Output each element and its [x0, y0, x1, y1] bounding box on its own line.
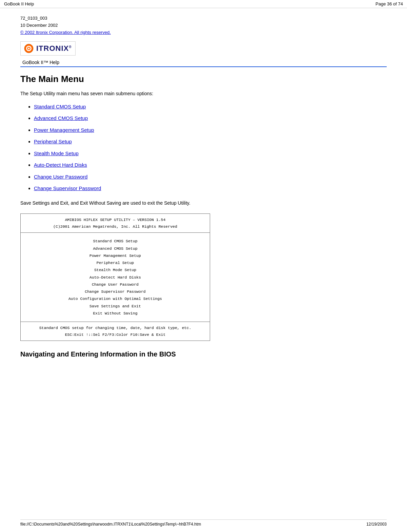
doc-number: 72_0103_003 [20, 15, 387, 22]
bios-help-line2: ESC:Exit ↑↓:Sel F2/F3:Color F10:Save & E… [27, 331, 203, 338]
bios-menu-item-9: Auto Configuration with Optimal Settings [27, 295, 203, 302]
header-title: GoBook II Help [4, 1, 34, 6]
svg-point-3 [28, 48, 30, 49]
bios-menu: Standard CMOS Setup Advanced CMOS Setup … [21, 233, 210, 322]
save-exit-text: Save Settings and Exit, and Exit Without… [20, 199, 387, 207]
main-content: 72_0103_003 10 December 2002 © 2002 Itro… [0, 8, 407, 378]
list-item: Stealth Mode Setup [34, 150, 387, 158]
section-header-text: GoBook II™ Help [20, 60, 59, 65]
list-item: Peripheral Setup [34, 138, 387, 146]
itronix-logo-icon [24, 44, 34, 53]
menu-link-auto-detect[interactable]: Auto-Detect Hard Disks [34, 162, 87, 168]
bios-title-line2: (C)2001 American Megatrends, Inc. All Ri… [27, 223, 203, 230]
menu-link-peripheral[interactable]: Peripheral Setup [34, 139, 72, 144]
menu-link-stealth-mode[interactable]: Stealth Mode Setup [34, 150, 79, 156]
bios-help: Standard CMOS setup for changing time, d… [21, 322, 210, 341]
list-item: Change Supervisor Password [34, 185, 387, 192]
bios-menu-item-1: Standard CMOS Setup [27, 238, 203, 245]
bios-menu-item-8: Change Supervisor Password [27, 288, 203, 295]
bios-menu-item-7: Change User Password [27, 281, 203, 288]
menu-link-change-supervisor-password[interactable]: Change Supervisor Password [34, 185, 101, 191]
intro-text: The Setup Utility main menu has seven ma… [20, 90, 387, 97]
menu-list: Standard CMOS Setup Advanced CMOS Setup … [20, 103, 387, 192]
logo-area: ITRONIX® [20, 41, 387, 56]
section-header: GoBook II™ Help [20, 60, 387, 67]
list-item: Change User Password [34, 173, 387, 181]
menu-link-change-user-password[interactable]: Change User Password [34, 174, 87, 180]
bios-header: AMIBIOS HIFLEX SETUP UTILITY – VERSION 1… [21, 214, 210, 233]
logo-trademark: ® [69, 45, 72, 49]
meta-info: 72_0103_003 10 December 2002 © 2002 Itro… [20, 15, 387, 36]
bios-menu-item-10: Save Settings and Exit [27, 303, 203, 310]
bios-menu-item-6: Auto-Detect Hard Disks [27, 274, 203, 281]
copyright-link[interactable]: © 2002 Itronix Corporation. All rights r… [20, 30, 111, 35]
doc-date: 10 December 2002 [20, 22, 387, 29]
header-bar: GoBook II Help Page 36 of 74 [0, 0, 407, 8]
footer-path: file://C:\Documents%20and%20Settings\har… [20, 522, 201, 527]
menu-link-power-management[interactable]: Power Management Setup [34, 127, 94, 133]
bios-title-line1: AMIBIOS HIFLEX SETUP UTILITY – VERSION 1… [27, 217, 203, 223]
footer: file://C:\Documents%20and%20Settings\har… [20, 519, 387, 527]
bios-help-line1: Standard CMOS setup for changing time, d… [27, 325, 203, 331]
list-item: Advanced CMOS Setup [34, 115, 387, 122]
menu-link-standard-cmos[interactable]: Standard CMOS Setup [34, 104, 86, 109]
bios-menu-item-2: Advanced CMOS Setup [27, 245, 203, 252]
bios-menu-item-5: Stealth Mode Setup [27, 266, 203, 273]
page-title: The Main Menu [20, 74, 387, 84]
list-item: Power Management Setup [34, 126, 387, 134]
bios-menu-item-4: Peripheral Setup [27, 259, 203, 266]
logo-box: ITRONIX® [20, 41, 76, 56]
bios-menu-item-3: Power Management Setup [27, 252, 203, 259]
menu-link-advanced-cmos[interactable]: Advanced CMOS Setup [34, 115, 88, 121]
header-page: Page 36 of 74 [375, 1, 403, 6]
footer-date: 12/19/2003 [366, 522, 387, 527]
list-item: Standard CMOS Setup [34, 103, 387, 111]
bios-screenshot: AMIBIOS HIFLEX SETUP UTILITY – VERSION 1… [20, 213, 210, 341]
list-item: Auto-Detect Hard Disks [34, 161, 387, 169]
nav-section-title: Navigating and Entering Information in t… [20, 350, 387, 358]
logo-text: ITRONIX® [36, 44, 72, 53]
bios-menu-item-11: Exit Without Saving [27, 310, 203, 317]
